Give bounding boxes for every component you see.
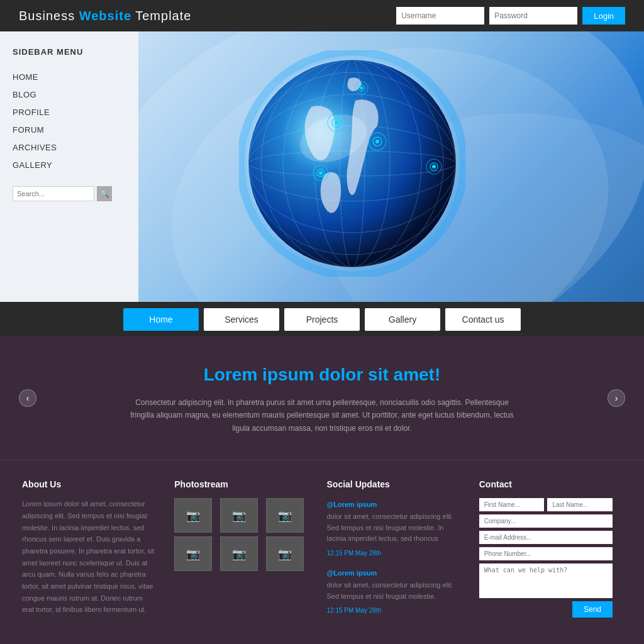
camera-icon-1: 📷 [186, 509, 200, 523]
title-part1: Business [19, 9, 79, 23]
sidebar-item-forum[interactable]: FORUM [13, 121, 126, 138]
header-auth: Login [396, 7, 625, 25]
photostream-title: Photostream [174, 479, 308, 489]
social-item-2: @Lorem ipsum dolor sit amet, consectetur… [327, 567, 460, 615]
username-input[interactable] [396, 7, 484, 25]
about-title: About Us [22, 479, 155, 489]
phone-input[interactable] [479, 547, 613, 560]
svg-point-24 [360, 87, 364, 90]
content-area: ‹ Lorem ipsum dolor sit amet! Consectetu… [0, 336, 644, 644]
company-input[interactable] [479, 514, 613, 528]
hero-area [138, 31, 644, 302]
title-highlight: Website [79, 9, 131, 23]
sidebar-title: SIDEBAR MENU [13, 47, 126, 57]
sidebar-item-profile[interactable]: PROFILE [13, 103, 126, 121]
photo-thumb-1[interactable]: 📷 [174, 498, 212, 533]
login-button[interactable]: Login [582, 7, 625, 25]
photo-thumb-2[interactable]: 📷 [220, 498, 258, 533]
contact-col: Contact Send [470, 479, 622, 624]
hero-section: ‹ Lorem ipsum dolor sit amet! Consectetu… [0, 336, 644, 460]
social-handle-2[interactable]: @Lorem ipsum [327, 569, 377, 577]
navbar: Home Services Projects Gallery Contact u… [0, 302, 644, 336]
svg-point-15 [335, 121, 338, 125]
sidebar-search: 🔍 [13, 186, 126, 201]
social-handle-1[interactable]: @Lorem ipsum [327, 501, 377, 508]
social-time-2: 12:15 PM May 28th [327, 607, 382, 614]
last-name-input[interactable] [547, 498, 613, 511]
social-text-2: dolor sit amet, consectetur adipiscing e… [327, 580, 460, 602]
contact-title: Contact [479, 479, 613, 489]
header: Business Website Template Login [0, 0, 644, 31]
sidebar-item-archives[interactable]: ARCHIVES [13, 138, 126, 156]
search-icon: 🔍 [100, 189, 109, 198]
hero-body: Consectetur adipiscing elit. In pharetra… [126, 396, 518, 435]
message-input[interactable] [479, 564, 613, 598]
email-input[interactable] [479, 531, 613, 544]
send-button[interactable]: Send [572, 601, 613, 618]
social-time-1: 12:15 PM May 28th [327, 550, 382, 557]
social-col: Social Updates @Lorem ipsum dolor sit am… [318, 479, 470, 624]
social-title: Social Updates [327, 479, 460, 489]
sidebar: SIDEBAR MENU HOME BLOG PROFILE FORUM ARC… [0, 31, 138, 302]
sidebar-item-blog[interactable]: BLOG [13, 86, 126, 103]
camera-icon-6: 📷 [278, 547, 292, 561]
about-text: Lorem ipsum dolor sit amet, consectetur … [22, 498, 155, 616]
first-name-input[interactable] [479, 498, 545, 511]
nav-gallery-button[interactable]: Gallery [365, 308, 440, 331]
sidebar-item-home[interactable]: HOME [13, 68, 126, 86]
svg-point-18 [375, 140, 379, 143]
nav-services-button[interactable]: Services [204, 308, 279, 331]
search-button[interactable]: 🔍 [97, 186, 112, 201]
svg-point-21 [319, 171, 323, 175]
svg-point-27 [432, 165, 436, 169]
photo-thumb-5[interactable]: 📷 [220, 536, 258, 571]
site-title: Business Website Template [19, 9, 191, 23]
sidebar-item-gallery[interactable]: GALLERY [13, 156, 126, 174]
social-text-1: dolor sit amet, consectetur adipiscing e… [327, 511, 460, 545]
title-part2: Template [131, 9, 191, 23]
carousel-next-button[interactable]: › [608, 389, 625, 407]
globe-container [239, 50, 478, 289]
sidebar-menu: HOME BLOG PROFILE FORUM ARCHIVES GALLERY [13, 68, 126, 174]
social-item-1: @Lorem ipsum dolor sit amet, consectetur… [327, 498, 460, 558]
carousel-prev-button[interactable]: ‹ [19, 389, 36, 407]
camera-icon-5: 📷 [232, 547, 246, 561]
photostream-col: Photostream 📷 📷 📷 📷 📷 📷 [165, 479, 317, 624]
main-top: SIDEBAR MENU HOME BLOG PROFILE FORUM ARC… [0, 31, 644, 302]
contact-name-row [479, 498, 613, 511]
camera-icon-4: 📷 [186, 547, 200, 561]
photo-thumb-3[interactable]: 📷 [266, 498, 304, 533]
photo-thumb-6[interactable]: 📷 [266, 536, 304, 571]
nav-home-button[interactable]: Home [123, 308, 199, 331]
nav-contact-button[interactable]: Contact us [445, 308, 521, 331]
about-col: About Us Lorem ipsum dolor sit amet, con… [22, 479, 165, 624]
nav-projects-button[interactable]: Projects [284, 308, 360, 331]
password-input[interactable] [489, 7, 577, 25]
globe-svg [239, 50, 465, 277]
photo-thumb-4[interactable]: 📷 [174, 536, 212, 571]
camera-icon-2: 📷 [232, 509, 246, 523]
contact-form: Send [479, 498, 613, 618]
footer-sections: About Us Lorem ipsum dolor sit amet, con… [0, 460, 644, 636]
hero-heading: Lorem ipsum dolor sit amet! [126, 365, 518, 385]
photo-grid: 📷 📷 📷 📷 📷 📷 [174, 498, 308, 571]
camera-icon-3: 📷 [278, 509, 292, 523]
search-input[interactable] [13, 186, 94, 201]
